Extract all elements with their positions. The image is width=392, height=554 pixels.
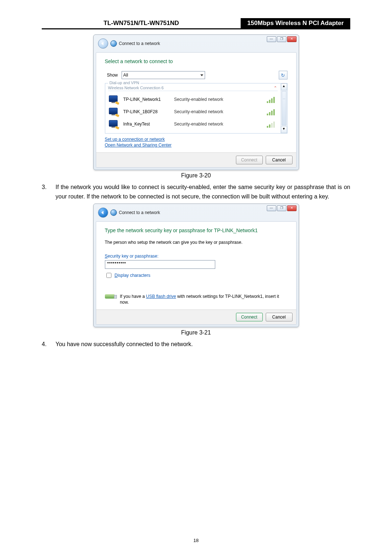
globe-icon	[110, 40, 117, 47]
group-wireless: Wireless Network Connection 6 ⌃	[108, 86, 278, 91]
show-dropdown-value: All	[123, 73, 128, 78]
network-item[interactable]: TP-LINK_1B0F28 Security-enabled network	[108, 106, 278, 118]
display-characters-box[interactable]	[106, 273, 111, 278]
back-icon[interactable]	[98, 38, 108, 49]
network-security: Security-enabled network	[174, 122, 262, 127]
minimize-button[interactable]: —	[267, 205, 276, 211]
globe-icon	[110, 209, 117, 216]
usb-icon	[105, 294, 115, 299]
network-item[interactable]: TP-LINK_Network1 Security-enabled networ…	[108, 93, 278, 106]
display-characters-checkbox[interactable]: Display characters	[105, 272, 287, 279]
step-text: You have now successfully connected to t…	[56, 340, 350, 349]
select-heading: Select a network to connect to	[105, 58, 287, 64]
scroll-down-button[interactable]: ▼	[281, 126, 287, 133]
expand-icon[interactable]: ⌃	[274, 86, 277, 90]
back-icon[interactable]	[98, 208, 108, 218]
network-security: Security-enabled network	[174, 109, 262, 114]
connect-button[interactable]: Connect	[236, 313, 263, 321]
step-number: 4.	[42, 340, 48, 349]
maximize-button[interactable]: ❐	[277, 36, 286, 42]
signal-icon	[267, 96, 277, 103]
scrollbar[interactable]: ▲ ▼	[281, 83, 287, 133]
window-enter-key: — ❐ ✕ Connect to a network Type the netw…	[93, 204, 299, 327]
maximize-button[interactable]: ❐	[277, 205, 286, 211]
header-model: TL-WN751N/TL-WN751ND	[42, 18, 241, 28]
close-button[interactable]: ✕	[287, 36, 297, 42]
chevron-down-icon	[200, 74, 203, 76]
key-label: ecurity key or passphrase:	[108, 254, 159, 259]
adapter-icon	[109, 108, 118, 116]
network-security: Security-enabled network	[174, 97, 262, 102]
network-name: TP-LINK_1B0F28	[123, 109, 169, 114]
key-heading: Type the network security key or passphr…	[105, 227, 287, 233]
doc-header: TL-WN751N/TL-WN751ND 150Mbps Wireless N …	[42, 18, 350, 29]
scroll-thumb[interactable]	[282, 91, 286, 126]
window-select-network: — ❐ ✕ Connect to a network Select a netw…	[93, 34, 299, 170]
cancel-button[interactable]: Cancel	[266, 156, 293, 164]
signal-icon	[267, 120, 277, 128]
connect-button[interactable]: Connect	[236, 156, 263, 164]
figure-caption: Figure 3-20	[42, 172, 350, 179]
close-button[interactable]: ✕	[287, 205, 297, 211]
key-subtext: The person who setup the network can giv…	[105, 240, 287, 245]
refresh-button[interactable]: ↻	[279, 71, 287, 79]
window-title: Connect to a network	[119, 210, 160, 215]
show-label: Show	[105, 73, 118, 78]
minimize-button[interactable]: —	[267, 36, 276, 42]
show-dropdown[interactable]: All	[122, 71, 205, 79]
adapter-icon	[109, 95, 118, 103]
signal-icon	[267, 108, 277, 115]
network-name: Infra_KeyTest	[123, 122, 169, 127]
header-product: 150Mbps Wireless N PCI Adapter	[241, 18, 350, 28]
adapter-icon	[109, 120, 118, 128]
link-setup-connection[interactable]: Set up a connection or network	[105, 136, 287, 142]
step-text: If the network you would like to connect…	[56, 182, 350, 201]
usb-hint: If you have a USB flash drive with netwo…	[120, 294, 287, 305]
cancel-button[interactable]: Cancel	[266, 313, 293, 321]
page-number: 18	[0, 538, 392, 543]
link-sharing-center[interactable]: Open Network and Sharing Center	[105, 142, 287, 148]
network-name: TP-LINK_Network1	[123, 97, 169, 102]
network-item[interactable]: Infra_KeyTest Security-enabled network	[108, 118, 278, 130]
security-key-input[interactable]: ••••••••••	[105, 260, 215, 269]
scroll-up-button[interactable]: ▲	[281, 83, 287, 90]
step-number: 3.	[42, 182, 48, 201]
usb-flash-link[interactable]: USB flash drive	[146, 294, 176, 299]
figure-caption: Figure 3-21	[42, 329, 350, 336]
window-title: Connect to a network	[119, 41, 160, 46]
